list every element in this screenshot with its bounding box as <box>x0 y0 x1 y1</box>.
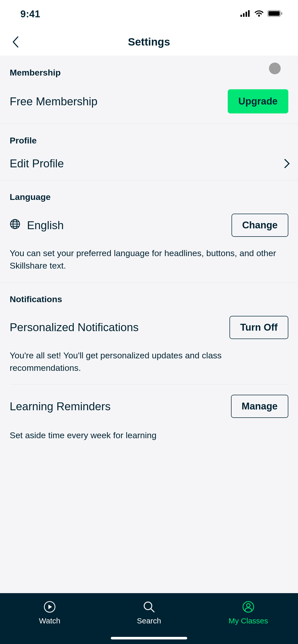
membership-row: Free Membership Upgrade <box>10 89 288 113</box>
language-description: You can set your preferred language for … <box>10 247 288 272</box>
svg-point-14 <box>144 602 152 610</box>
personalized-description: You're all set! You'll get personalized … <box>10 349 288 374</box>
divider <box>10 384 288 385</box>
back-button[interactable] <box>8 34 23 50</box>
chevron-left-icon <box>12 36 19 48</box>
section-notifications: Notifications Personalized Notifications… <box>0 283 298 452</box>
cellular-icon <box>240 10 251 18</box>
svg-rect-7 <box>281 12 282 15</box>
person-circle-icon <box>242 600 255 613</box>
chevron-right-icon <box>280 159 290 168</box>
tab-my-classes-label: My Classes <box>228 617 268 625</box>
turn-off-button[interactable]: Turn Off <box>229 316 288 339</box>
tab-search[interactable]: Search <box>99 593 199 644</box>
status-bar: 9:41 <box>0 0 298 28</box>
tab-watch[interactable]: Watch <box>0 593 99 644</box>
search-icon <box>142 600 156 613</box>
play-circle-icon <box>43 600 56 613</box>
section-language: Language English Change You can set your… <box>0 180 298 283</box>
section-profile: Profile Edit Profile <box>0 124 298 180</box>
svg-rect-2 <box>246 12 247 17</box>
language-value: English <box>27 219 64 232</box>
change-language-button[interactable]: Change <box>232 214 288 237</box>
language-row: English Change <box>10 214 288 237</box>
indicator-dot <box>269 63 281 74</box>
svg-rect-0 <box>240 15 242 17</box>
nav-header: Settings <box>0 28 298 56</box>
reminders-description: Set aside time every week for learning <box>10 429 288 442</box>
tab-my-classes[interactable]: My Classes <box>199 593 298 644</box>
status-time: 9:41 <box>20 9 40 20</box>
language-current: English <box>10 219 64 232</box>
edit-profile-row[interactable]: Edit Profile <box>10 157 288 170</box>
battery-icon <box>267 10 283 18</box>
svg-point-4 <box>258 15 260 17</box>
svg-line-15 <box>151 609 154 612</box>
svg-rect-3 <box>248 10 250 17</box>
svg-rect-6 <box>268 11 280 16</box>
svg-rect-1 <box>243 13 245 17</box>
section-header-notifications: Notifications <box>10 294 288 304</box>
personalized-notifications-label: Personalized Notifications <box>10 321 139 334</box>
svg-point-17 <box>247 604 250 607</box>
section-header-membership: Membership <box>10 68 288 78</box>
home-indicator[interactable] <box>111 637 187 639</box>
globe-icon <box>10 219 20 232</box>
section-header-language: Language <box>10 192 288 202</box>
page-title: Settings <box>0 36 298 48</box>
status-indicators <box>240 10 283 18</box>
tab-bar: Watch Search My Classes <box>0 593 298 644</box>
section-header-profile: Profile <box>10 136 288 145</box>
manage-button[interactable]: Manage <box>231 395 288 418</box>
learning-reminders-row: Learning Reminders Manage <box>10 395 288 418</box>
membership-status: Free Membership <box>10 95 98 108</box>
wifi-icon <box>254 10 264 18</box>
tab-watch-label: Watch <box>39 617 60 625</box>
tab-search-label: Search <box>137 617 161 625</box>
section-membership: Membership Free Membership Upgrade <box>0 56 298 124</box>
learning-reminders-label: Learning Reminders <box>10 400 111 413</box>
upgrade-button[interactable]: Upgrade <box>228 89 288 113</box>
content-scroll[interactable]: Membership Free Membership Upgrade Profi… <box>0 56 298 593</box>
edit-profile-label: Edit Profile <box>10 157 64 170</box>
personalized-notifications-row: Personalized Notifications Turn Off <box>10 316 288 339</box>
